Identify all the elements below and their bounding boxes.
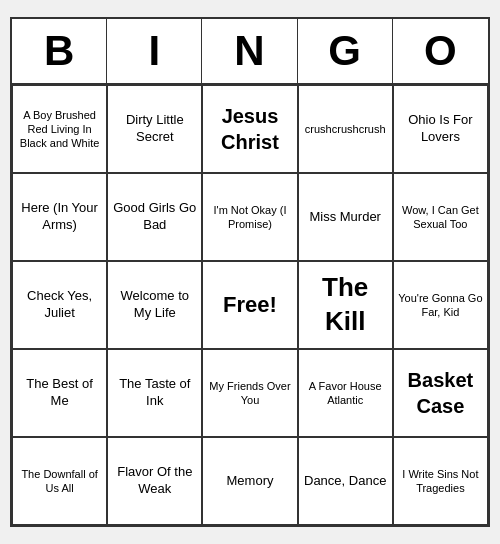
- bingo-cell[interactable]: Flavor Of the Weak: [107, 437, 202, 525]
- bingo-cell[interactable]: Jesus Christ: [202, 85, 297, 173]
- bingo-header-letter: B: [12, 19, 107, 83]
- bingo-cell[interactable]: My Friends Over You: [202, 349, 297, 437]
- bingo-cell[interactable]: Dance, Dance: [298, 437, 393, 525]
- bingo-cell[interactable]: crushcrushcrush: [298, 85, 393, 173]
- bingo-grid: A Boy Brushed Red Living In Black and Wh…: [12, 85, 488, 525]
- bingo-cell[interactable]: Basket Case: [393, 349, 488, 437]
- bingo-cell[interactable]: Ohio Is For Lovers: [393, 85, 488, 173]
- bingo-cell[interactable]: Check Yes, Juliet: [12, 261, 107, 349]
- bingo-cell[interactable]: A Favor House Atlantic: [298, 349, 393, 437]
- bingo-cell[interactable]: The Taste of Ink: [107, 349, 202, 437]
- bingo-cell[interactable]: I'm Not Okay (I Promise): [202, 173, 297, 261]
- bingo-cell[interactable]: Memory: [202, 437, 297, 525]
- bingo-header-letter: I: [107, 19, 202, 83]
- bingo-cell[interactable]: Good Girls Go Bad: [107, 173, 202, 261]
- bingo-cell[interactable]: Miss Murder: [298, 173, 393, 261]
- bingo-cell[interactable]: I Write Sins Not Tragedies: [393, 437, 488, 525]
- bingo-cell[interactable]: Wow, I Can Get Sexual Too: [393, 173, 488, 261]
- bingo-cell[interactable]: Here (In Your Arms): [12, 173, 107, 261]
- bingo-cell[interactable]: The Kill: [298, 261, 393, 349]
- bingo-cell[interactable]: The Best of Me: [12, 349, 107, 437]
- bingo-cell[interactable]: Free!: [202, 261, 297, 349]
- bingo-header-letter: G: [298, 19, 393, 83]
- bingo-header-letter: O: [393, 19, 488, 83]
- bingo-cell[interactable]: Dirty Little Secret: [107, 85, 202, 173]
- bingo-card: BINGO A Boy Brushed Red Living In Black …: [10, 17, 490, 527]
- bingo-header-letter: N: [202, 19, 297, 83]
- bingo-header: BINGO: [12, 19, 488, 85]
- bingo-cell[interactable]: A Boy Brushed Red Living In Black and Wh…: [12, 85, 107, 173]
- bingo-cell[interactable]: The Downfall of Us All: [12, 437, 107, 525]
- bingo-cell[interactable]: Welcome to My Life: [107, 261, 202, 349]
- bingo-cell[interactable]: You're Gonna Go Far, Kid: [393, 261, 488, 349]
